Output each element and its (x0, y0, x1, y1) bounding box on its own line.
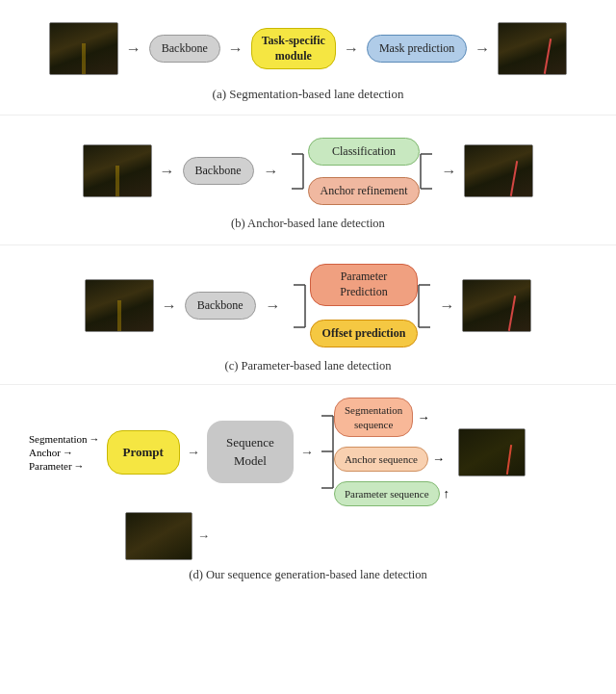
seg-sequence-box: Segmentation sequence (334, 398, 414, 437)
arrow-a1 (126, 40, 141, 58)
section-b-flow: Backbone Classification Anchor refinemen… (83, 138, 534, 205)
section-c-flow: Backbone Parameter Prediction Offset pre… (85, 264, 532, 347)
section-d: Segmentation → Anchor → Parameter → Prom… (0, 385, 616, 587)
input-image-a (49, 22, 118, 75)
output-image-a (498, 22, 567, 75)
section-c: Backbone Parameter Prediction Offset pre… (0, 245, 616, 385)
arrow-d2: → (300, 445, 314, 460)
param-sequence-box: Parameter sequence (334, 481, 440, 506)
anchor-refinement-box: Anchor refinement (308, 177, 421, 205)
output-image-c (462, 279, 531, 332)
input-image-d (125, 512, 192, 560)
backbone-box-c: Backbone (185, 292, 256, 320)
caption-d: (d) Our sequence generation-based lane d… (189, 568, 426, 582)
arrow-a2 (228, 40, 244, 58)
arrow-c1 (162, 297, 177, 315)
section-a-flow: Backbone Task-specific module Mask predi… (49, 22, 568, 75)
segmentation-label-row: Segmentation → (29, 433, 100, 445)
task-module-box: Task-specific module (251, 28, 336, 69)
anchor-sequence-row: Anchor sequence → (334, 447, 449, 472)
caption-a: (a) Segmentation-based lane detection (213, 87, 404, 102)
parameter-label-row: Parameter → (29, 460, 85, 472)
d-input-labels: Segmentation → Anchor → Parameter → (29, 433, 100, 472)
sequence-model-box: Sequence Model (207, 421, 294, 482)
section-a: Backbone Task-specific module Mask predi… (0, 0, 616, 116)
prompt-box: Prompt (107, 430, 180, 475)
param-sequence-row: Parameter sequence ↑ (334, 481, 449, 506)
branch-box-c: Parameter Prediction Offset prediction (310, 264, 419, 347)
mask-prediction-box: Mask prediction (367, 35, 467, 63)
arrow-b2 (264, 163, 279, 180)
output-image-b (464, 144, 533, 197)
arrow-d1: → (187, 445, 200, 460)
branch-box-b: Classification Anchor refinement (308, 138, 421, 205)
arrow-d-up: → (197, 528, 210, 544)
input-image-c (85, 279, 154, 332)
anchor-label-row: Anchor → (29, 447, 73, 458)
input-image-b (83, 144, 152, 197)
arrow-c3 (439, 297, 454, 315)
output-image-d (458, 428, 526, 476)
arrow-b3 (441, 163, 456, 180)
parameter-prediction-box: Parameter Prediction (310, 264, 419, 305)
offset-prediction-box: Offset prediction (310, 320, 419, 347)
section-d-container: Segmentation → Anchor → Parameter → Prom… (10, 398, 606, 582)
backbone-box-b: Backbone (183, 157, 254, 185)
arrow-c2 (266, 297, 281, 315)
seg-sequence-row: Segmentation sequence → (334, 398, 449, 437)
anchor-sequence-box: Anchor sequence (334, 447, 428, 472)
classification-box: Classification (308, 138, 421, 166)
backbone-box-a: Backbone (149, 35, 220, 63)
section-b: Backbone Classification Anchor refinemen… (0, 116, 616, 245)
arrow-b1 (160, 163, 175, 180)
arrow-a3 (344, 40, 359, 58)
caption-c: (c) Parameter-based lane detection (225, 359, 392, 373)
arrow-a4 (475, 40, 490, 58)
caption-b: (b) Anchor-based lane detection (231, 217, 385, 231)
output-branches: Segmentation sequence → Anchor sequence … (334, 398, 449, 506)
